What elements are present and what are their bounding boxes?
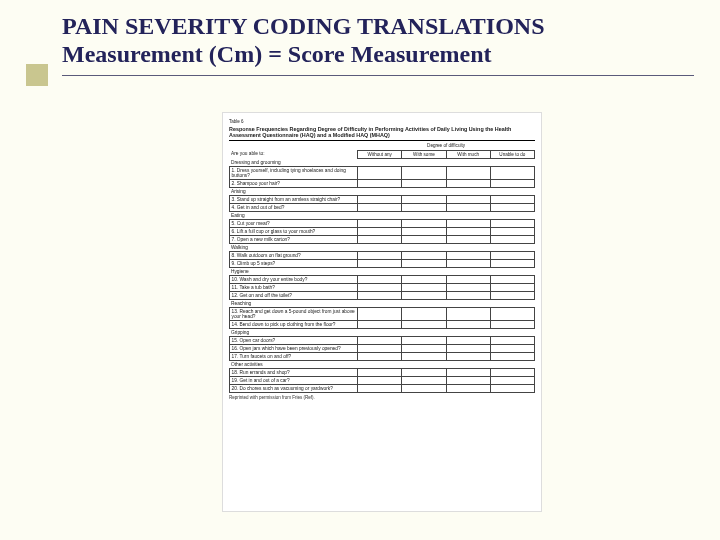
response-cell (490, 252, 534, 260)
section-header: Other activities (230, 361, 535, 369)
response-cell (358, 345, 402, 353)
table-row: 16. Open jars which have been previously… (230, 345, 535, 353)
response-cell (446, 167, 490, 180)
table-row: 2. Shampoo your hair? (230, 180, 535, 188)
response-cell (358, 252, 402, 260)
response-cell (490, 260, 534, 268)
section-header: Reaching (230, 300, 535, 308)
response-cell (402, 353, 446, 361)
response-cell (402, 204, 446, 212)
question-cell: 19. Get in and out of a car? (230, 377, 358, 385)
table-row: 10. Wash and dry your entire body? (230, 276, 535, 284)
response-cell (490, 220, 534, 228)
response-cell (358, 260, 402, 268)
title-line-2: Measurement (Cm) = Score Measurement (62, 40, 700, 68)
response-cell (402, 252, 446, 260)
table-row: 14. Bend down to pick up clothing from t… (230, 321, 535, 329)
section-header: Gripping (230, 329, 535, 337)
response-cell (402, 377, 446, 385)
response-cell (446, 196, 490, 204)
title-block: PAIN SEVERITY CODING TRANSLATIONS Measur… (62, 12, 700, 69)
haq-table: Degree of difficulty Are you able to: Wi… (229, 143, 535, 394)
col-1: With some (402, 151, 446, 159)
table-row: 1. Dress yourself, including tying shoel… (230, 167, 535, 180)
table-row: 7. Open a new milk carton? (230, 236, 535, 244)
accent-square (26, 64, 48, 86)
question-cell: 6. Lift a full cup or glass to your mout… (230, 228, 358, 236)
table-row: 15. Open car doors? (230, 337, 535, 345)
response-cell (358, 308, 402, 321)
response-cell (490, 276, 534, 284)
title-line-1: PAIN SEVERITY CODING TRANSLATIONS (62, 12, 700, 40)
response-cell (490, 292, 534, 300)
response-cell (402, 260, 446, 268)
table-row: 4. Get in and out of bed? (230, 204, 535, 212)
response-cell (490, 369, 534, 377)
col-3: Unable to do (490, 151, 534, 159)
question-cell: 4. Get in and out of bed? (230, 204, 358, 212)
response-cell (358, 220, 402, 228)
response-cell (446, 204, 490, 212)
question-cell: 11. Take a tub bath? (230, 284, 358, 292)
response-cell (402, 292, 446, 300)
table-row: 20. Do chores such as vacuuming or yardw… (230, 385, 535, 393)
response-cell (490, 167, 534, 180)
response-cell (358, 369, 402, 377)
response-cell (446, 345, 490, 353)
table-row: 9. Climb up 5 steps? (230, 260, 535, 268)
question-cell: 1. Dress yourself, including tying shoel… (230, 167, 358, 180)
response-cell (402, 236, 446, 244)
response-cell (446, 321, 490, 329)
response-cell (402, 167, 446, 180)
form-footer: Reprinted with permission from Fries (Re… (229, 395, 535, 400)
response-cell (490, 321, 534, 329)
question-cell: 2. Shampoo your hair? (230, 180, 358, 188)
response-cell (358, 321, 402, 329)
response-cell (490, 345, 534, 353)
divider (62, 75, 694, 76)
response-cell (446, 228, 490, 236)
response-cell (358, 377, 402, 385)
response-cell (490, 308, 534, 321)
response-cell (402, 308, 446, 321)
form-heading: Response Frequencies Regarding Degree of… (229, 126, 535, 140)
response-cell (446, 377, 490, 385)
question-cell: 13. Reach and get down a 5-pound object … (230, 308, 358, 321)
response-cell (490, 337, 534, 345)
question-cell: 8. Walk outdoors on flat ground? (230, 252, 358, 260)
question-cell: 20. Do chores such as vacuuming or yardw… (230, 385, 358, 393)
table-row: 19. Get in and out of a car? (230, 377, 535, 385)
response-cell (490, 180, 534, 188)
embedded-form: Table 6 Response Frequencies Regarding D… (222, 112, 542, 512)
response-cell (402, 369, 446, 377)
question-cell: 17. Turn faucets on and off? (230, 353, 358, 361)
response-cell (446, 284, 490, 292)
lead-question: Are you able to: (230, 151, 358, 159)
response-cell (402, 276, 446, 284)
response-cell (358, 353, 402, 361)
response-cell (358, 292, 402, 300)
section-header: Arising (230, 188, 535, 196)
response-cell (446, 385, 490, 393)
col-0: Without any (358, 151, 402, 159)
response-cell (402, 196, 446, 204)
section-header: Dressing and grooming (230, 159, 535, 167)
response-cell (358, 180, 402, 188)
question-cell: 15. Open car doors? (230, 337, 358, 345)
question-cell: 18. Run errands and shop? (230, 369, 358, 377)
response-cell (402, 385, 446, 393)
response-cell (358, 337, 402, 345)
response-cell (358, 385, 402, 393)
table-row: 6. Lift a full cup or glass to your mout… (230, 228, 535, 236)
response-cell (402, 284, 446, 292)
table-row: 5. Cut your meat? (230, 220, 535, 228)
question-cell: 9. Climb up 5 steps? (230, 260, 358, 268)
response-cell (358, 204, 402, 212)
slide: PAIN SEVERITY CODING TRANSLATIONS Measur… (26, 12, 700, 528)
question-cell: 3. Stand up straight from an armless str… (230, 196, 358, 204)
section-header: Eating (230, 212, 535, 220)
difficulty-header: Degree of difficulty (358, 143, 535, 151)
section-header: Hygiene (230, 268, 535, 276)
response-cell (358, 167, 402, 180)
response-cell (402, 345, 446, 353)
